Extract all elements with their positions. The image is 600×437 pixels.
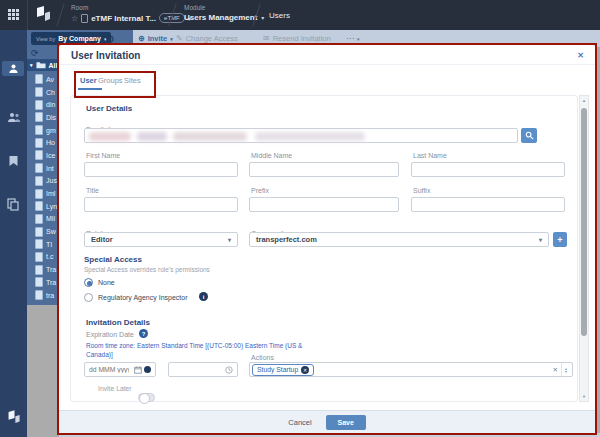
scrollbar-thumb[interactable] (581, 108, 587, 336)
resend-invitation-label: Resend Invitation (273, 34, 331, 43)
suffix-field[interactable] (411, 197, 565, 212)
last-name-field[interactable] (411, 162, 565, 177)
tab-groups[interactable]: Groups (98, 76, 123, 85)
view-by-dropdown[interactable]: View by By Company ▾ (31, 32, 111, 45)
person-icon (8, 63, 19, 74)
save-button[interactable]: Save (326, 415, 366, 430)
title-label: Title (86, 187, 99, 194)
tree-item-label: Int (46, 165, 54, 172)
invite-button[interactable]: ⊕ Invite ▾ (138, 34, 173, 43)
prefix-label: Prefix (251, 187, 269, 194)
middle-name-label: Middle Name (251, 152, 292, 159)
breadcrumb-separator (56, 3, 64, 26)
expiration-time-field[interactable] (168, 362, 238, 377)
company-dropdown[interactable]: transperfect.com ▾ (249, 232, 549, 247)
file-icon (35, 150, 43, 160)
calendar-icon[interactable] (134, 366, 142, 374)
tree-item-label: Lyn (46, 203, 57, 210)
copy-pages-icon[interactable] (7, 198, 19, 211)
radio-inspector[interactable] (84, 293, 93, 302)
redacted-text (89, 132, 131, 141)
scroll-spinner[interactable]: ▴ ▾ (561, 363, 570, 376)
apps-grid-icon[interactable] (8, 9, 11, 12)
module-name[interactable]: Users Management (184, 13, 257, 22)
module-selector[interactable]: Users Management ▾ (184, 13, 264, 22)
close-icon[interactable]: ✕ (577, 51, 584, 60)
middle-name-field[interactable] (249, 162, 399, 177)
header-divider (27, 0, 28, 30)
add-company-button[interactable]: + (553, 232, 567, 247)
tree-item-label: tra (46, 292, 54, 299)
room-label: Room (71, 4, 88, 11)
file-icon (35, 265, 43, 275)
room-name[interactable]: eTMF Internal T... (91, 14, 156, 23)
file-icon (35, 214, 43, 224)
expiration-date-field[interactable] (84, 362, 156, 377)
clock-icon[interactable] (225, 366, 233, 374)
invite-label: Invite (148, 34, 168, 43)
title-field[interactable] (84, 197, 238, 212)
suffix-label: Suffix (413, 187, 430, 194)
radio-none[interactable] (84, 278, 93, 287)
redacted-text (255, 132, 365, 141)
scroll-down-icon[interactable]: ▼ (580, 394, 588, 399)
resend-invitation-button[interactable]: ✉ Resend Invitation (263, 34, 331, 43)
file-icon (35, 138, 43, 148)
modal-title: User Invitation (71, 50, 140, 61)
app-logo (34, 4, 54, 26)
modal-footer: Cancel Save (59, 410, 595, 433)
role-dropdown[interactable]: Editor ▾ (84, 232, 238, 247)
overflow-icon: ⋯ (346, 34, 354, 43)
users-rail-item[interactable] (2, 61, 24, 76)
file-icon (35, 290, 43, 300)
bookmark-icon[interactable] (8, 155, 19, 167)
footer-logo (6, 408, 23, 428)
app-root: Room ☆ eTMF Internal T... eTMF ▾ Module … (0, 0, 600, 437)
scroll-up-icon[interactable]: ▲ (580, 98, 588, 103)
prefix-field[interactable] (249, 197, 399, 212)
tree-expand-icon[interactable]: ▾ (30, 62, 33, 68)
tab-sites[interactable]: Sites (124, 76, 141, 85)
redacted-text (137, 132, 167, 141)
actions-multiselect[interactable]: Study Startup ✕ ✕ ▴ ▾ (249, 362, 573, 377)
spinner-down-icon[interactable]: ▾ (565, 370, 567, 373)
first-name-field[interactable] (84, 162, 238, 177)
invite-later-label: Invite Later (98, 385, 132, 392)
clear-icon[interactable]: ✕ (553, 366, 558, 374)
modal-title-divider (59, 64, 595, 65)
modal-scrollbar[interactable]: ▲ ▼ (579, 95, 589, 402)
company-value: transperfect.com (256, 235, 317, 244)
cancel-button[interactable]: Cancel (288, 418, 311, 427)
info-icon[interactable]: i (199, 292, 208, 301)
module-label: Module (184, 4, 205, 11)
date-input[interactable] (89, 366, 129, 373)
more-actions-button[interactable]: ⋯ ▾ (346, 34, 360, 43)
star-icon[interactable]: ☆ (71, 14, 78, 23)
chevron-down-icon[interactable]: ▾ (261, 14, 264, 21)
email-search-button[interactable] (521, 128, 537, 143)
document-icon (81, 14, 88, 23)
tree-item-label: Tra (46, 266, 56, 273)
page-bottom-strip (59, 433, 600, 437)
help-icon[interactable]: ? (139, 329, 148, 338)
chevron-down-icon: ▾ (170, 36, 173, 42)
last-name-label: Last Name (413, 152, 447, 159)
expiration-date-label: Expiration Date (86, 331, 134, 338)
date-now-icon[interactable] (144, 366, 151, 373)
remove-tag-icon[interactable]: ✕ (301, 366, 309, 374)
change-access-button[interactable]: ✎ Change Access (176, 34, 238, 43)
groups-icon[interactable] (7, 112, 21, 123)
file-icon (35, 201, 43, 211)
invite-later-toggle[interactable] (138, 393, 155, 402)
refresh-icon[interactable]: ⟳ (31, 48, 39, 58)
tree-item-label: t.c (46, 253, 53, 260)
tab-user[interactable]: User (80, 76, 97, 85)
plus-circle-icon: ⊕ (138, 34, 145, 43)
tree-item-label: Av (46, 76, 54, 83)
special-access-subtext: Special Access overrides role's permissi… (84, 266, 210, 273)
action-tag: Study Startup ✕ (252, 364, 314, 376)
radio-inspector-label: Regulatory Agency Inspector (98, 294, 188, 301)
user-details-heading: User Details (86, 104, 132, 113)
email-field[interactable] (84, 128, 518, 143)
folder-icon (36, 61, 46, 69)
